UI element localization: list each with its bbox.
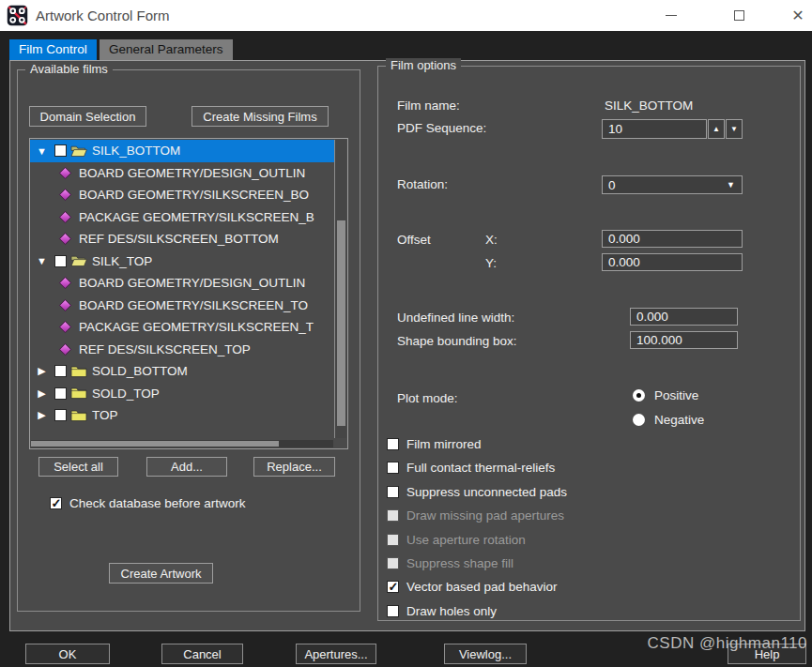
pdf-sequence-input[interactable] [602,119,707,139]
minimize-icon [666,15,677,16]
check-database-row[interactable]: Check database before artwork [50,496,246,510]
film-control-pane: Available films Domain Selection Create … [9,60,805,631]
expand-icon[interactable]: ▶ [36,365,48,377]
close-button[interactable]: ✕ [779,0,812,30]
option-checkbox[interactable] [387,462,399,474]
tree-item-label: BOARD GEOMETRY/DESIGN_OUTLIN [79,166,305,180]
tree-item-top[interactable]: ▶TOP [30,404,334,427]
close-icon: ✕ [791,7,804,24]
plot-mode-positive-label: Positive [654,388,698,402]
tree-item-ref-des-silkscreen-top[interactable]: REF DES/SILKSCREEN_TOP [30,339,334,361]
tree-item-board-geometry-silkscreen-to[interactable]: BOARD GEOMETRY/SILKSCREEN_TO [30,295,334,317]
option-full-contact-thermal-reliefs[interactable]: Full contact thermal-reliefs [387,461,555,475]
spin-up-button[interactable]: ▲ [708,119,725,139]
tab-film-control[interactable]: Film Control [9,39,97,60]
radio-positive-icon[interactable] [633,389,645,402]
tree-item-package-geometry-silkscreen-t[interactable]: PACKAGE GEOMETRY/SILKSCREEN_T [30,316,334,339]
tree-item-silk-top[interactable]: ▼SILK_TOP [30,250,334,273]
tree-item-silk-bottom[interactable]: ▼SILK_BOTTOM [30,140,334,162]
tree-item-label: BOARD GEOMETRY/SILKSCREEN_BO [79,188,309,202]
ok-button[interactable]: OK [25,644,110,664]
option-checkbox[interactable] [387,581,399,593]
rotation-value: 0 [608,178,616,192]
tree-vertical-scrollbar[interactable] [334,140,346,438]
film-checkbox[interactable] [54,409,67,421]
film-checkbox[interactable] [54,387,67,400]
option-film-mirrored[interactable]: Film mirrored [387,437,482,451]
option-suppress-unconnected-pads[interactable]: Suppress unconnected pads [387,485,567,499]
h-scrollbar-thumb[interactable] [31,441,279,447]
tree-item-package-geometry-silkscreen-b[interactable]: PACKAGE GEOMETRY/SILKSCREEN_B [30,206,334,229]
expand-icon[interactable]: ▶ [36,409,48,421]
collapse-icon[interactable]: ▼ [36,145,48,157]
layer-diamond-icon [59,321,71,333]
offset-x-input[interactable] [602,230,743,248]
create-artwork-button[interactable]: Create Artwork [109,563,213,584]
tree-item-board-geometry-design-outlin[interactable]: BOARD GEOMETRY/DESIGN_OUTLIN [30,272,334,295]
maximize-button[interactable] [720,0,758,30]
replace-button[interactable]: Replace... [253,457,335,477]
minimize-button[interactable] [652,0,690,30]
tree-item-sold-bottom[interactable]: ▶SOLD_BOTTOM [30,360,334,383]
film-options-legend: Film options [386,58,461,72]
check-database-checkbox[interactable] [50,497,62,509]
option-label: Use aperture rotation [406,533,526,547]
option-checkbox[interactable] [387,438,399,450]
tree-horizontal-scrollbar[interactable] [31,440,333,447]
layer-diamond-icon [59,211,71,223]
film-name-label: Film name: [397,99,460,113]
expand-icon[interactable]: ▶ [36,387,48,400]
tree-item-label: TOP [92,408,118,422]
film-checkbox[interactable] [54,365,67,377]
rotation-select[interactable]: 0 ▼ [602,175,743,194]
radio-negative-icon[interactable] [633,414,645,426]
film-name-value: SILK_BOTTOM [605,99,693,113]
undefined-line-width-input[interactable] [630,308,738,326]
tree-item-label: REF DES/SILKSCREEN_BOTTOM [79,232,279,246]
plot-mode-label: Plot mode: [397,391,458,405]
tree-item-board-geometry-silkscreen-bo[interactable]: BOARD GEOMETRY/SILKSCREEN_BO [30,184,334,206]
option-suppress-shape-fill: Suppress shape fill [387,556,513,570]
help-button[interactable]: Help [728,644,806,664]
tree-item-label: SOLD_TOP [92,387,160,401]
tab-general-parameters[interactable]: General Parameters [100,39,233,60]
layer-diamond-icon [59,233,71,245]
v-scrollbar-thumb[interactable] [337,220,345,426]
tree-item-label: BOARD GEOMETRY/SILKSCREEN_TO [79,298,308,312]
offset-y-input[interactable] [602,253,743,271]
group-available-films: Available films Domain Selection Create … [17,69,360,612]
spin-down-button[interactable]: ▼ [726,119,743,139]
option-label: Suppress shape fill [406,556,513,570]
film-checkbox[interactable] [54,255,67,267]
apertures-button[interactable]: Apertures... [296,644,376,664]
plot-mode-negative[interactable]: Negative [633,413,704,427]
select-all-button[interactable]: Select all [38,457,118,477]
tree-item-board-geometry-design-outlin[interactable]: BOARD GEOMETRY/DESIGN_OUTLIN [30,162,334,185]
option-checkbox[interactable] [387,605,399,617]
open-folder-icon [70,254,87,267]
option-checkbox[interactable] [387,486,399,498]
shape-bounding-box-input[interactable] [630,331,738,349]
domain-selection-button[interactable]: Domain Selection [29,106,146,127]
viewlog-button[interactable]: Viewlog... [444,644,527,664]
tree-item-sold-top[interactable]: ▶SOLD_TOP [30,383,334,405]
tree-item-label: SOLD_BOTTOM [92,364,188,378]
film-checkbox[interactable] [54,144,67,157]
layer-diamond-icon [59,343,71,356]
collapse-icon[interactable]: ▼ [36,255,48,266]
option-draw-holes-only[interactable]: Draw holes only [387,604,497,618]
option-label: Draw holes only [406,604,497,618]
offset-label: Offset [397,233,431,247]
folder-icon [70,365,87,378]
plot-mode-positive[interactable]: Positive [633,388,698,402]
option-label: Full contact thermal-reliefs [406,461,555,475]
option-checkbox [387,509,399,522]
add-button[interactable]: Add... [146,457,227,477]
tree-item-ref-des-silkscreen-bottom[interactable]: REF DES/SILKSCREEN_BOTTOM [30,228,334,250]
cancel-button[interactable]: Cancel [161,644,243,664]
plot-mode-negative-label: Negative [654,413,704,427]
option-use-aperture-rotation: Use aperture rotation [387,533,526,547]
create-missing-films-button[interactable]: Create Missing Films [192,106,329,127]
films-tree[interactable]: ▼SILK_BOTTOMBOARD GEOMETRY/DESIGN_OUTLIN… [29,138,348,449]
option-vector-based-pad-behavior[interactable]: Vector based pad behavior [387,580,558,594]
